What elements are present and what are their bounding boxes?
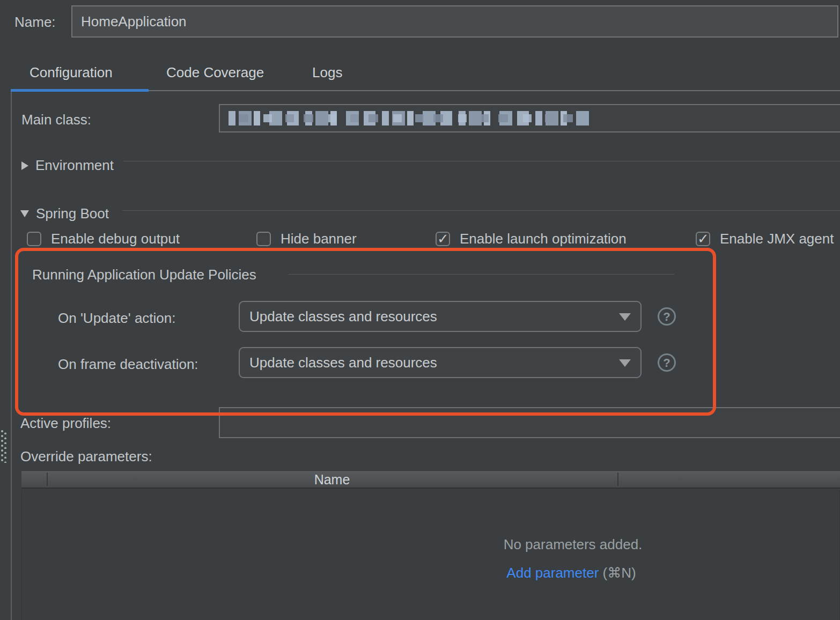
parameters-table-body bbox=[21, 490, 840, 620]
main-class-label: Main class: bbox=[21, 112, 91, 128]
add-parameter-link[interactable]: Add parameter bbox=[506, 565, 599, 581]
override-parameters-label: Override parameters: bbox=[20, 448, 152, 465]
empty-state-text: No parameters added. bbox=[491, 536, 655, 553]
on-frame-deactivation-label: On frame deactivation: bbox=[58, 356, 198, 373]
environment-section-label: Environment bbox=[35, 157, 114, 174]
spring-boot-separator-line bbox=[122, 210, 840, 211]
spring-boot-section-label: Spring Boot bbox=[36, 205, 109, 222]
add-parameter-row: Add parameter (⌘N) bbox=[410, 565, 732, 581]
triangle-down-icon bbox=[20, 210, 29, 217]
run-configuration-dialog: Name: Configuration Code Coverage Logs M… bbox=[0, 0, 840, 620]
checkbox-label: Enable JMX agent bbox=[720, 231, 834, 247]
active-profiles-input[interactable] bbox=[219, 407, 840, 438]
chevron-down-icon bbox=[619, 359, 631, 367]
active-tab-underline bbox=[11, 89, 149, 92]
name-label: Name: bbox=[14, 14, 56, 31]
section-environment[interactable]: Environment bbox=[21, 157, 114, 174]
on-update-action-label: On 'Update' action: bbox=[58, 310, 176, 327]
section-spring-boot[interactable]: Spring Boot bbox=[20, 205, 109, 222]
environment-separator-line bbox=[123, 161, 840, 161]
parameters-table-header: Name bbox=[21, 470, 840, 489]
tab-separator-line bbox=[149, 90, 840, 91]
chevron-down-icon bbox=[619, 313, 631, 321]
tab-code-coverage[interactable]: Code Coverage bbox=[166, 64, 264, 81]
check-icon: ✓ bbox=[437, 231, 449, 247]
help-icon[interactable]: ? bbox=[658, 307, 676, 326]
tab-configuration[interactable]: Configuration bbox=[30, 64, 113, 81]
checkbox-box: ✓ bbox=[256, 232, 271, 246]
panel-left-border bbox=[11, 92, 12, 620]
checkbox-enable-jmx-agent[interactable]: ✓ Enable JMX agent bbox=[696, 231, 840, 247]
checkbox-box: ✓ bbox=[696, 232, 710, 246]
parameters-table: Name bbox=[21, 470, 840, 620]
checkbox-hide-banner[interactable]: ✓ Hide banner bbox=[256, 231, 357, 247]
checkbox-box: ✓ bbox=[27, 232, 41, 246]
update-policies-title: Running Application Update Policies bbox=[32, 267, 256, 283]
checkbox-box: ✓ bbox=[436, 232, 450, 246]
dropdown-selected-value: Update classes and resources bbox=[249, 355, 437, 371]
checkbox-label: Enable launch optimization bbox=[460, 231, 627, 247]
redacted-main-class-value-overlay bbox=[234, 114, 588, 122]
active-profiles-label: Active profiles: bbox=[20, 415, 111, 432]
column-header-name: Name bbox=[47, 472, 617, 488]
update-policies-separator-line bbox=[288, 274, 674, 275]
triangle-right-icon bbox=[21, 161, 28, 170]
main-class-field[interactable] bbox=[219, 104, 840, 132]
help-icon[interactable]: ? bbox=[658, 353, 676, 372]
on-frame-deactivation-dropdown[interactable]: Update classes and resources bbox=[239, 347, 642, 378]
checkbox-enable-debug-output[interactable]: ✓ Enable debug output bbox=[27, 231, 180, 247]
checkbox-label: Hide banner bbox=[281, 231, 357, 247]
column-divider[interactable] bbox=[617, 473, 618, 486]
checkbox-label: Enable debug output bbox=[51, 231, 180, 247]
on-update-action-dropdown[interactable]: Update classes and resources bbox=[239, 301, 642, 332]
tab-logs[interactable]: Logs bbox=[312, 64, 342, 81]
name-input[interactable] bbox=[71, 5, 838, 38]
dropdown-selected-value: Update classes and resources bbox=[249, 308, 437, 325]
checkbox-enable-launch-optimization[interactable]: ✓ Enable launch optimization bbox=[436, 231, 627, 247]
splitter-grip-handle[interactable] bbox=[0, 430, 7, 463]
check-icon: ✓ bbox=[697, 231, 709, 247]
add-parameter-shortcut: (⌘N) bbox=[603, 565, 636, 581]
